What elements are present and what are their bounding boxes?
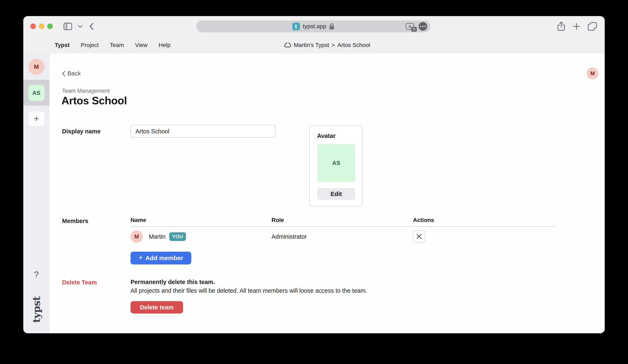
breadcrumb: Martin's Typst > Artos School [284, 42, 370, 48]
team-avatar-preview: AS [317, 144, 355, 182]
column-header-role: Role [272, 217, 284, 223]
remove-member-button[interactable] [413, 230, 425, 243]
breadcrumb-separator: > [331, 42, 335, 48]
tab-overview-icon[interactable] [588, 22, 597, 31]
delete-team-label: Delete Team [62, 279, 97, 286]
back-navigation-icon[interactable] [89, 23, 94, 30]
add-member-button[interactable]: + Add member [131, 252, 191, 264]
page-title: Artos School [62, 94, 127, 107]
you-badge: YOU [169, 232, 186, 241]
toolbar-divider [75, 23, 76, 30]
plus-icon: + [139, 254, 143, 261]
member-avatar: M [131, 230, 143, 243]
menu-typst[interactable]: Typst [55, 42, 70, 48]
table-header-divider [131, 226, 554, 227]
delete-team-button[interactable]: Delete team [131, 301, 183, 313]
user-avatar[interactable]: M [587, 68, 599, 79]
typst-logo: typst [31, 296, 42, 323]
app-menubar: Typst Project Team View Help Martin's Ty… [23, 37, 605, 54]
avatar-card-title: Avatar [317, 133, 335, 139]
back-label: Back [68, 70, 80, 77]
sidebar-toggle-icon[interactable] [64, 23, 72, 30]
plus-icon: + [34, 114, 39, 124]
team-management-page: Back M Team Management Artos School Disp… [50, 54, 605, 333]
sidebar-team-avatar[interactable]: AS [28, 85, 45, 101]
sidebar-add-team-button[interactable]: + [28, 111, 45, 126]
traffic-lights [30, 23, 53, 29]
chevron-down-icon[interactable] [78, 25, 83, 28]
back-button[interactable]: Back [62, 70, 80, 77]
breadcrumb-current: Artos School [337, 42, 370, 48]
page-options-icon[interactable] [418, 22, 427, 31]
close-window-button[interactable] [30, 23, 36, 29]
menu-help[interactable]: Help [158, 42, 170, 48]
minimize-window-button[interactable] [39, 23, 44, 29]
chevron-left-icon [62, 71, 65, 76]
browser-window: t typst.app A 文 [23, 16, 605, 333]
browser-toolbar: t typst.app A 文 [23, 16, 605, 37]
share-icon[interactable] [557, 22, 565, 31]
menu-project[interactable]: Project [81, 42, 99, 48]
help-icon[interactable]: ? [34, 270, 39, 280]
new-tab-icon[interactable] [572, 22, 580, 30]
close-icon [416, 234, 422, 239]
site-favicon: t [292, 23, 300, 30]
menu-view[interactable]: View [135, 42, 148, 48]
display-name-label: Display name [62, 128, 101, 135]
address-bar[interactable]: t typst.app A 文 [196, 20, 430, 32]
add-member-label: Add member [145, 255, 183, 262]
sidebar-user-avatar[interactable]: M [28, 59, 45, 75]
display-name-input[interactable] [131, 125, 276, 138]
breadcrumb-workspace[interactable]: Martin's Typst [294, 42, 329, 48]
translate-icon[interactable]: A 文 [406, 23, 414, 30]
cloud-icon [284, 43, 291, 48]
column-header-actions: Actions [413, 217, 434, 223]
workspace-sidebar: M AS + ? typst [23, 54, 50, 333]
lock-icon [329, 23, 334, 30]
section-eyebrow: Team Management [62, 88, 110, 94]
column-header-name: Name [131, 217, 146, 223]
url-text: typst.app [303, 23, 326, 30]
members-label: Members [62, 218, 88, 224]
avatar-card: Avatar AS Edit [309, 125, 362, 207]
delete-team-headline: Permanently delete this team. [131, 279, 215, 286]
member-name: Martin [149, 233, 165, 240]
zoom-window-button[interactable] [47, 23, 53, 29]
edit-avatar-button[interactable]: Edit [317, 188, 355, 200]
member-role: Administrator [272, 233, 307, 240]
menu-team[interactable]: Team [110, 42, 124, 48]
member-row: M Martin YOU [131, 230, 186, 243]
delete-team-description: All projects and their files will be del… [131, 287, 367, 294]
